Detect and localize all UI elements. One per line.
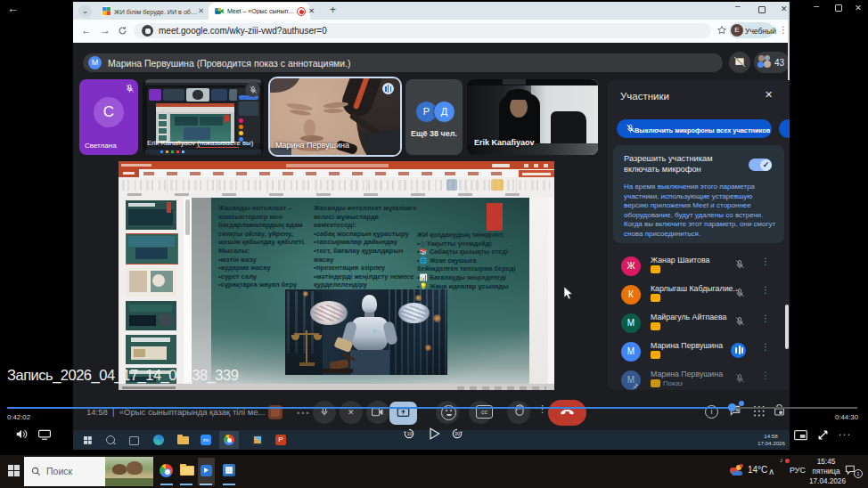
svg-text:10: 10 [407, 431, 413, 436]
svg-text:30: 30 [454, 431, 460, 436]
